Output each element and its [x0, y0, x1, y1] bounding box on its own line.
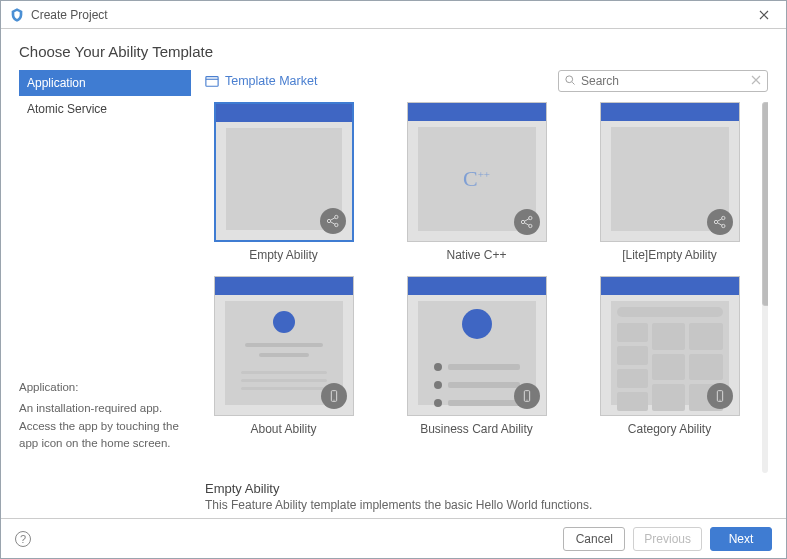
- template-card[interactable]: [Lite]Empty Ability: [591, 102, 748, 262]
- content-columns: Application Atomic Service Application: …: [19, 70, 768, 512]
- footer: ? Cancel Previous Next: [1, 518, 786, 558]
- template-card[interactable]: Empty Ability: [205, 102, 362, 262]
- template-grid-wrap: Empty AbilityC++Native C++[Lite]Empty Ab…: [205, 102, 768, 473]
- svg-point-2: [327, 219, 330, 222]
- template-thumb: [600, 102, 740, 242]
- search-icon: [564, 74, 576, 86]
- template-thumb: [407, 276, 547, 416]
- svg-rect-0: [206, 77, 218, 87]
- sidebar: Application Atomic Service Application: …: [19, 70, 191, 512]
- phone-icon: [321, 383, 347, 409]
- template-label: Native C++: [446, 248, 506, 262]
- sidebar-item-atomic-service[interactable]: Atomic Service: [19, 96, 191, 122]
- close-icon: [759, 10, 769, 20]
- next-button[interactable]: Next: [710, 527, 772, 551]
- svg-point-8: [714, 220, 717, 223]
- app-logo-icon: [9, 7, 25, 23]
- template-card[interactable]: C++Native C++: [398, 102, 555, 262]
- sidebar-info-body: An installation-required app. Access the…: [19, 400, 191, 452]
- svg-point-3: [334, 215, 337, 218]
- market-icon: [205, 74, 219, 88]
- template-market-label: Template Market: [225, 74, 317, 88]
- sidebar-item-label: Application: [27, 76, 86, 90]
- create-project-window: Create Project Choose Your Ability Templ…: [0, 0, 787, 559]
- selected-template-name: Empty Ability: [205, 481, 768, 496]
- sidebar-item-label: Atomic Service: [27, 102, 107, 116]
- scrollbar-thumb[interactable]: [762, 102, 768, 306]
- template-thumb: [600, 276, 740, 416]
- template-label: Category Ability: [628, 422, 711, 436]
- template-thumb: [214, 276, 354, 416]
- template-card[interactable]: Business Card Ability: [398, 276, 555, 436]
- sidebar-info-title: Application:: [19, 379, 191, 396]
- template-description: Empty Ability This Feature Ability templ…: [205, 481, 768, 512]
- template-label: [Lite]Empty Ability: [622, 248, 717, 262]
- sidebar-item-application[interactable]: Application: [19, 70, 191, 96]
- phone-icon: [514, 383, 540, 409]
- svg-point-10: [721, 224, 724, 227]
- share-icon: [514, 209, 540, 235]
- template-label: Empty Ability: [249, 248, 318, 262]
- svg-point-6: [528, 216, 531, 219]
- svg-point-1: [566, 76, 573, 83]
- search-input[interactable]: [558, 70, 768, 92]
- template-card[interactable]: Category Ability: [591, 276, 748, 436]
- share-icon: [707, 209, 733, 235]
- footer-buttons: Cancel Previous Next: [563, 527, 772, 551]
- template-market-link[interactable]: Template Market: [205, 74, 317, 88]
- window-title: Create Project: [31, 8, 750, 22]
- previous-button: Previous: [633, 527, 702, 551]
- svg-point-9: [721, 216, 724, 219]
- scrollbar[interactable]: [762, 102, 768, 473]
- clear-icon[interactable]: [750, 74, 762, 86]
- toolbar: Template Market: [205, 70, 768, 92]
- template-grid: Empty AbilityC++Native C++[Lite]Empty Ab…: [205, 102, 760, 473]
- share-icon: [320, 208, 346, 234]
- main-panel: Template Market Empty AbilityC++Native C…: [205, 70, 768, 512]
- sidebar-info: Application: An installation-required ap…: [19, 379, 191, 512]
- cancel-button[interactable]: Cancel: [563, 527, 625, 551]
- svg-point-7: [528, 224, 531, 227]
- close-button[interactable]: [750, 7, 778, 23]
- titlebar: Create Project: [1, 1, 786, 29]
- template-card[interactable]: About Ability: [205, 276, 362, 436]
- svg-point-14: [526, 399, 527, 400]
- search-wrap: [558, 70, 768, 92]
- selected-template-desc: This Feature Ability template implements…: [205, 498, 768, 512]
- svg-point-12: [333, 399, 334, 400]
- phone-icon: [707, 383, 733, 409]
- page-heading: Choose Your Ability Template: [19, 43, 768, 60]
- template-thumb: [214, 102, 354, 242]
- help-button[interactable]: ?: [15, 531, 31, 547]
- template-label: About Ability: [250, 422, 316, 436]
- template-thumb: C++: [407, 102, 547, 242]
- svg-point-16: [719, 399, 720, 400]
- svg-point-5: [521, 220, 524, 223]
- svg-point-4: [334, 223, 337, 226]
- dialog-body: Choose Your Ability Template Application…: [1, 29, 786, 518]
